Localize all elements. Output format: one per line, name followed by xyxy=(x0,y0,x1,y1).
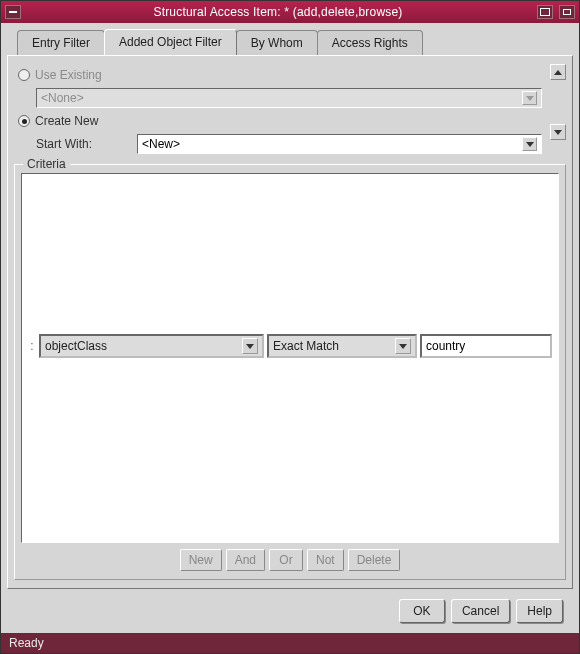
chevron-down-icon xyxy=(522,91,537,105)
criteria-attribute-dropdown[interactable]: objectClass xyxy=(39,334,264,358)
criteria-value-input[interactable]: country xyxy=(420,334,552,358)
use-existing-dropdown: <None> xyxy=(36,88,542,108)
criteria-match-value: Exact Match xyxy=(273,339,395,353)
tab-added-object-filter[interactable]: Added Object Filter xyxy=(104,29,237,55)
chevron-down-icon xyxy=(242,338,258,354)
scroll-up-button[interactable] xyxy=(550,64,566,80)
dialog-button-row: OK Cancel Help xyxy=(7,589,573,633)
tab-panel: Use Existing <None> Create New Start Wit xyxy=(7,55,573,589)
criteria-new-button[interactable]: New xyxy=(180,549,222,571)
row-handle[interactable]: : xyxy=(28,336,36,356)
chevron-down-icon xyxy=(522,137,537,151)
chevron-down-icon xyxy=(395,338,411,354)
maximize-button[interactable] xyxy=(559,5,575,19)
use-existing-label: Use Existing xyxy=(35,68,102,82)
titlebar: Structural Access Item: * (add,delete,br… xyxy=(1,1,579,23)
status-text: Ready xyxy=(9,636,44,650)
criteria-and-button[interactable]: And xyxy=(226,549,265,571)
start-with-value: <New> xyxy=(142,137,180,151)
criteria-legend: Criteria xyxy=(23,157,70,171)
client-area: Entry Filter Added Object Filter By Whom… xyxy=(1,23,579,633)
use-existing-dropdown-value: <None> xyxy=(41,91,84,105)
window-title: Structural Access Item: * (add,delete,br… xyxy=(25,5,531,19)
cancel-button[interactable]: Cancel xyxy=(451,599,510,623)
criteria-button-row: New And Or Not Delete xyxy=(21,543,559,573)
use-existing-radio[interactable] xyxy=(18,69,30,81)
minimize-button[interactable] xyxy=(537,5,553,19)
create-new-row: Create New xyxy=(18,112,542,130)
ok-button[interactable]: OK xyxy=(399,599,445,623)
criteria-body: : objectClass Exact Match country xyxy=(21,173,559,543)
start-with-row: Start With: <New> xyxy=(18,134,542,154)
dialog-window: Structural Access Item: * (add,delete,br… xyxy=(0,0,580,654)
criteria-row: : objectClass Exact Match country xyxy=(28,334,552,358)
criteria-attribute-value: objectClass xyxy=(45,339,242,353)
criteria-delete-button[interactable]: Delete xyxy=(348,549,401,571)
criteria-not-button[interactable]: Not xyxy=(307,549,344,571)
system-menu-button[interactable] xyxy=(5,5,21,19)
start-with-label: Start With: xyxy=(36,137,131,151)
tab-entry-filter[interactable]: Entry Filter xyxy=(17,30,105,56)
section-scrollbar xyxy=(550,64,566,140)
criteria-group: Criteria : objectClass Exact Match xyxy=(14,164,566,580)
tab-bar: Entry Filter Added Object Filter By Whom… xyxy=(17,29,573,55)
criteria-value-text: country xyxy=(426,339,465,353)
tab-by-whom[interactable]: By Whom xyxy=(236,30,318,56)
filter-source-options: Use Existing <None> Create New Start Wit xyxy=(14,64,546,160)
use-existing-row: Use Existing xyxy=(18,66,542,84)
status-bar: Ready xyxy=(1,633,579,653)
criteria-match-dropdown[interactable]: Exact Match xyxy=(267,334,417,358)
filter-source-section: Use Existing <None> Create New Start Wit xyxy=(14,64,566,160)
scroll-down-button[interactable] xyxy=(550,124,566,140)
criteria-or-button[interactable]: Or xyxy=(269,549,303,571)
create-new-label: Create New xyxy=(35,114,98,128)
help-button[interactable]: Help xyxy=(516,599,563,623)
create-new-radio[interactable] xyxy=(18,115,30,127)
tab-access-rights[interactable]: Access Rights xyxy=(317,30,423,56)
start-with-dropdown[interactable]: <New> xyxy=(137,134,542,154)
